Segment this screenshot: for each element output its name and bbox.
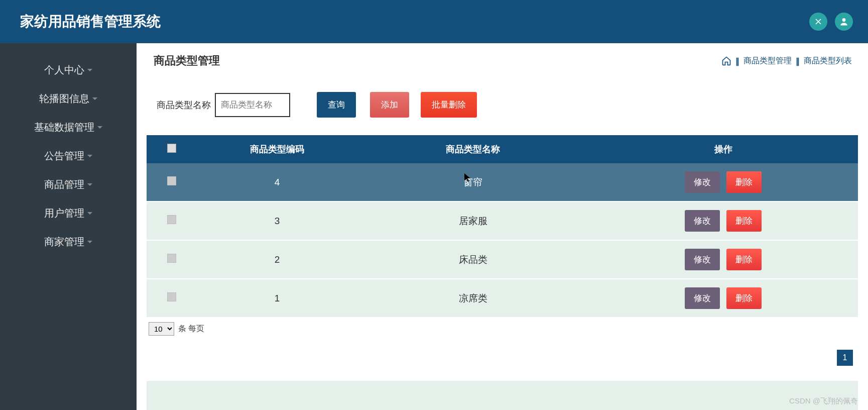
select-all-checkbox[interactable] (167, 144, 176, 153)
home-icon[interactable] (721, 56, 731, 66)
breadcrumb-sep: ‖ (796, 56, 800, 66)
edit-button[interactable]: 修改 (685, 171, 720, 193)
cell-name: 居家服 (357, 201, 588, 240)
main-content: 商品类型管理 ‖ 商品类型管理 ‖ 商品类型列表 商品类型名称 查询 添加 批量… (137, 43, 868, 410)
sidebar-item-merchant[interactable]: 商家管理 (0, 228, 137, 256)
cell-name: 窗帘 (357, 163, 588, 201)
query-button[interactable]: 查询 (317, 92, 356, 118)
row-checkbox[interactable] (167, 254, 176, 263)
pagination: 1 (147, 340, 858, 371)
table-row[interactable]: 1 凉席类 修改 删除 (147, 279, 858, 318)
sidebar-item-carousel[interactable]: 轮播图信息 (0, 84, 137, 113)
filter-bar: 商品类型名称 查询 添加 批量删除 (147, 74, 858, 135)
product-type-table: 商品类型编码 商品类型名称 操作 4 窗帘 修改 删除 (147, 135, 858, 318)
sidebar-item-product[interactable]: 商品管理 (0, 170, 137, 199)
table-row[interactable]: 3 居家服 修改 删除 (147, 201, 858, 240)
table-header-row: 商品类型编码 商品类型名称 操作 (147, 135, 858, 163)
sidebar-item-label: 商家管理 (44, 235, 84, 249)
chevron-down-icon (97, 126, 102, 129)
app-title: 家纺用品销售管理系统 (20, 12, 161, 31)
sidebar-item-label: 个人中心 (44, 63, 84, 77)
page-title: 商品类型管理 (154, 53, 220, 68)
cell-code: 3 (197, 201, 357, 240)
delete-button[interactable]: 删除 (726, 210, 762, 232)
sidebar-item-label: 公告管理 (44, 149, 84, 163)
sidebar-item-personal[interactable]: 个人中心 (0, 56, 137, 84)
page-size-row: 10 条 每页 (147, 318, 858, 340)
delete-button[interactable]: 删除 (726, 249, 762, 270)
chevron-down-icon (87, 69, 92, 71)
sidebar-item-label: 用户管理 (44, 207, 84, 220)
sidebar-item-label: 基础数据管理 (34, 121, 94, 134)
table-row[interactable]: 2 床品类 修改 删除 (147, 240, 858, 279)
row-checkbox[interactable] (167, 215, 176, 224)
edit-button[interactable]: 修改 (685, 249, 720, 270)
sidebar-item-label: 轮播图信息 (39, 92, 89, 106)
sidebar-item-user[interactable]: 用户管理 (0, 199, 137, 228)
batch-delete-button[interactable]: 批量删除 (421, 92, 477, 118)
chevron-down-icon (87, 183, 92, 186)
sidebar-item-basedata[interactable]: 基础数据管理 (0, 113, 137, 142)
col-header-ops: 操作 (588, 135, 858, 163)
app-header: 家纺用品销售管理系统 (0, 0, 868, 43)
chevron-down-icon (87, 241, 92, 243)
header-icon-group (809, 13, 853, 31)
table-container: 商品类型编码 商品类型名称 操作 4 窗帘 修改 删除 (147, 135, 858, 318)
sidebar: 个人中心 轮播图信息 基础数据管理 公告管理 商品管理 用户管理 商家管理 (0, 43, 137, 410)
cell-name: 床品类 (357, 240, 588, 279)
edit-button[interactable]: 修改 (685, 287, 720, 309)
footer-area (147, 381, 858, 410)
page-number[interactable]: 1 (837, 350, 853, 366)
delete-button[interactable]: 删除 (726, 287, 762, 309)
edit-button[interactable]: 修改 (685, 210, 720, 232)
page-header: 商品类型管理 ‖ 商品类型管理 ‖ 商品类型列表 (147, 53, 858, 74)
col-header-code: 商品类型编码 (197, 135, 357, 163)
breadcrumb: ‖ 商品类型管理 ‖ 商品类型列表 (721, 56, 852, 66)
add-button[interactable]: 添加 (370, 92, 409, 118)
cell-code: 1 (197, 279, 357, 318)
chevron-down-icon (87, 212, 92, 215)
cell-code: 4 (197, 163, 357, 201)
filter-name-input[interactable] (215, 93, 290, 117)
breadcrumb-sep: ‖ (735, 56, 739, 66)
cell-code: 2 (197, 240, 357, 279)
watermark: CSDN @飞翔的佩奇 (789, 396, 858, 406)
chevron-down-icon (92, 97, 97, 100)
col-header-name: 商品类型名称 (357, 135, 588, 163)
svg-point-0 (842, 18, 846, 22)
sidebar-item-label: 商品管理 (44, 178, 84, 191)
cell-name: 凉席类 (357, 279, 588, 318)
filter-label: 商品类型名称 (157, 99, 211, 111)
breadcrumb-item[interactable]: 商品类型列表 (804, 56, 852, 66)
table-row[interactable]: 4 窗帘 修改 删除 (147, 163, 858, 201)
sidebar-item-announce[interactable]: 公告管理 (0, 142, 137, 170)
page-size-label: 条 每页 (178, 324, 204, 334)
delete-button[interactable]: 删除 (726, 171, 762, 193)
tools-icon[interactable] (809, 13, 827, 31)
breadcrumb-item[interactable]: 商品类型管理 (743, 56, 792, 66)
row-checkbox[interactable] (167, 292, 176, 301)
page-size-select[interactable]: 10 (149, 322, 174, 336)
user-icon[interactable] (835, 13, 853, 31)
chevron-down-icon (87, 155, 92, 157)
row-checkbox[interactable] (167, 176, 176, 185)
